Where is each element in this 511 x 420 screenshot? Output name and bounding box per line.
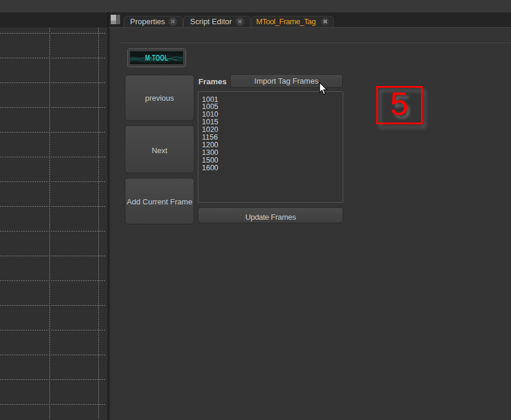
svg-text:M·TOOL: M·TOOL xyxy=(145,53,168,62)
